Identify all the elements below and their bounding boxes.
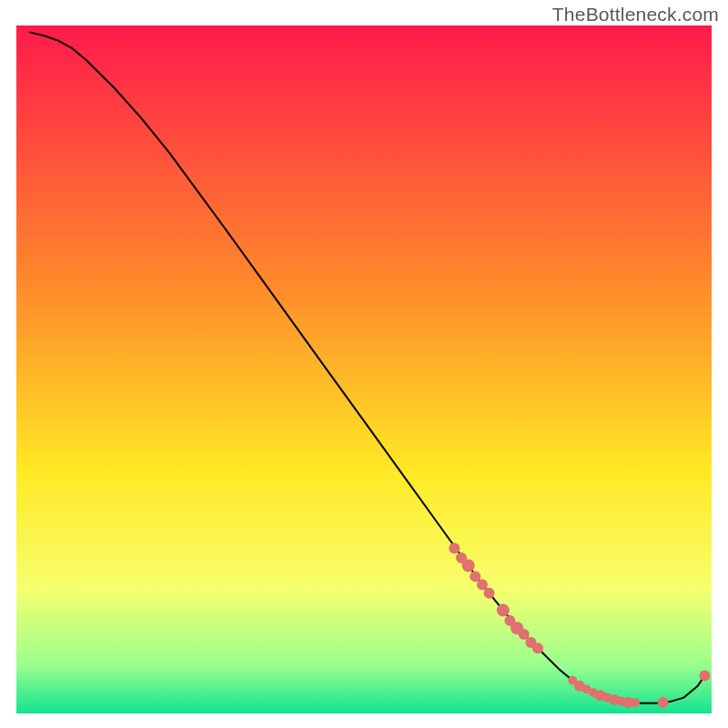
highlight-dot [449, 543, 460, 554]
highlight-dot [462, 560, 475, 572]
highlight-dot [497, 604, 510, 617]
highlight-dot [699, 670, 710, 681]
watermark-text: TheBottleneck.com [552, 4, 719, 25]
plot-background [16, 25, 712, 713]
highlight-dot [658, 697, 669, 708]
highlight-dot [532, 642, 543, 653]
highlight-dot [484, 588, 495, 599]
chart-canvas [0, 0, 728, 728]
highlight-dot [631, 698, 640, 707]
bottleneck-chart: TheBottleneck.com [0, 0, 728, 728]
